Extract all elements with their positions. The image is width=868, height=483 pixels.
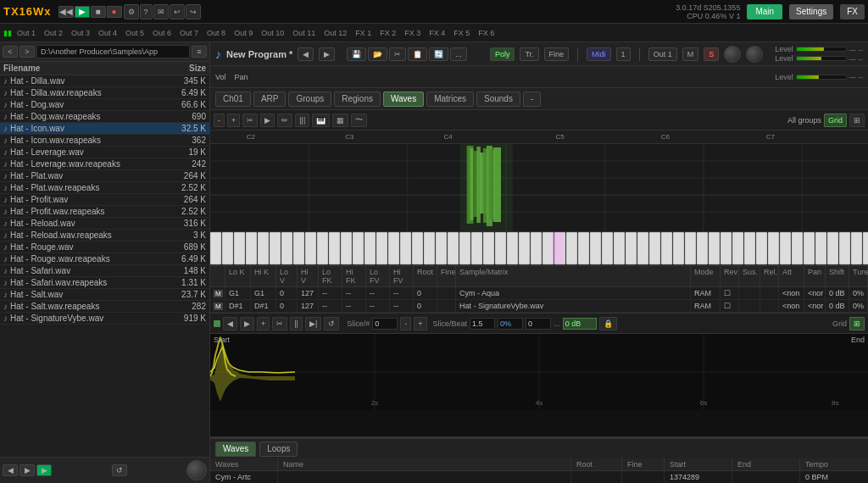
file-row[interactable]: ♪Hat - Plat.wav.reapeaks2.52 K bbox=[0, 182, 209, 194]
tab-waves[interactable]: Waves bbox=[383, 92, 424, 107]
slice-input[interactable] bbox=[372, 318, 398, 330]
pencil-btn[interactable]: ✏ bbox=[277, 114, 292, 127]
file-row[interactable]: ♪Hat - Icon.wav.reapeaks362 bbox=[0, 135, 209, 147]
cut-btn[interactable]: ✂ bbox=[242, 114, 258, 127]
prog-btn-5[interactable]: 🔄 bbox=[429, 47, 448, 61]
file-row[interactable]: ♪Hat - SignatureVybe.wav919 K bbox=[0, 313, 209, 325]
toolbar-btn-2[interactable]: ? bbox=[140, 4, 153, 19]
file-row[interactable]: ♪Hat - Profit.wav.reapeaks2.52 K bbox=[0, 206, 209, 218]
file-row[interactable]: ♪Hat - Safari.wav148 K bbox=[0, 265, 209, 277]
val-input-1[interactable] bbox=[526, 318, 551, 330]
prog-open[interactable]: 📂 bbox=[368, 47, 387, 61]
grid-settings[interactable]: ⊞ bbox=[849, 114, 865, 127]
tab-groups[interactable]: Groups bbox=[288, 92, 331, 107]
tab-matrices[interactable]: Matrices bbox=[426, 92, 474, 107]
piano-roll[interactable]: C2 C3 C4 C5 C6 C7 bbox=[210, 130, 868, 232]
piano-btn[interactable]: 🎹 bbox=[312, 114, 330, 127]
poly-btn[interactable]: Poly bbox=[490, 47, 515, 61]
out-btn[interactable]: Out 1 bbox=[648, 47, 677, 61]
out-11[interactable]: Out 11 bbox=[289, 29, 319, 37]
midi-btn[interactable]: Midi bbox=[587, 47, 611, 61]
knob-2[interactable] bbox=[746, 46, 763, 63]
toolbar-btn-3[interactable]: ✉ bbox=[153, 4, 169, 19]
volume-knob[interactable] bbox=[186, 460, 207, 480]
mute-btn-2[interactable]: M bbox=[214, 303, 223, 310]
wf-btn-6[interactable]: ▶| bbox=[305, 317, 321, 330]
tab-sounds[interactable]: Sounds bbox=[476, 92, 520, 107]
browser-path[interactable] bbox=[36, 45, 190, 58]
wf-btn-1[interactable]: ◀ bbox=[223, 317, 237, 330]
main-button[interactable]: Main bbox=[747, 4, 782, 19]
file-row[interactable]: ♪Hat - Reload.wav316 K bbox=[0, 218, 209, 230]
file-row[interactable]: ♪Hat - Rouge.wav.reapeaks6.49 K bbox=[0, 253, 209, 265]
fx-2[interactable]: FX 2 bbox=[376, 29, 399, 37]
percent-input[interactable] bbox=[498, 318, 523, 330]
tab-regions[interactable]: Regions bbox=[334, 92, 381, 107]
file-row[interactable]: ♪Hat - Safari.wav.reapeaks1.31 K bbox=[0, 277, 209, 289]
midi-channel[interactable]: 1 bbox=[616, 47, 631, 61]
footer-play[interactable]: ▶ bbox=[36, 464, 52, 476]
fx-4[interactable]: FX 4 bbox=[426, 29, 448, 37]
sample-row-1[interactable]: M G1 G1 0 127 -- -- -- -- 0 Cym - Aqua R… bbox=[210, 287, 868, 300]
piano-keyboard[interactable]: // Piano keys drawn via SVG bbox=[210, 232, 868, 266]
settings-button[interactable]: Settings bbox=[789, 4, 833, 19]
file-row[interactable]: ♪Hat - Dog.wav.reapeaks690 bbox=[0, 111, 209, 123]
file-row[interactable]: ♪Hat - Dilla.wav.reapeaks6.49 K bbox=[0, 87, 209, 99]
mute-btn-1[interactable]: M bbox=[214, 290, 223, 297]
file-row[interactable]: ♪Hat - Reload.wav.reapeaks3 K bbox=[0, 230, 209, 242]
fine-btn[interactable]: Fine bbox=[544, 47, 570, 61]
wf-btn-2[interactable]: ▶ bbox=[240, 317, 254, 330]
file-row[interactable]: ♪Hat - Plat.wav264 K bbox=[0, 170, 209, 182]
fx-5[interactable]: FX 5 bbox=[450, 29, 473, 37]
toolbar-btn-5[interactable]: ↪ bbox=[186, 4, 201, 19]
transport-stop[interactable]: ■ bbox=[91, 6, 106, 18]
file-row[interactable]: ♪Hat - Icon.wav32.5 K bbox=[0, 123, 209, 135]
prog-btn-3[interactable]: ✂ bbox=[389, 47, 406, 61]
file-row[interactable]: ♪Hat - Rouge.wav689 K bbox=[0, 242, 209, 253]
out-1[interactable]: Out 1 bbox=[14, 29, 39, 37]
prog-save[interactable]: 💾 bbox=[347, 47, 366, 61]
wf-loop[interactable]: ↺ bbox=[324, 317, 339, 330]
fx-3[interactable]: FX 3 bbox=[401, 29, 424, 37]
btm-tab-loops[interactable]: Loops bbox=[259, 441, 298, 457]
nav-back[interactable]: < bbox=[3, 46, 18, 58]
prog-btn-4[interactable]: 📋 bbox=[408, 47, 427, 61]
footer-loop[interactable]: ↺ bbox=[112, 464, 127, 476]
prog-prev[interactable]: ◀ bbox=[298, 47, 314, 61]
tab-ch01[interactable]: Ch01 bbox=[215, 92, 251, 107]
footer-prev[interactable]: ◀ bbox=[3, 464, 18, 476]
prog-next[interactable]: ▶ bbox=[319, 47, 335, 61]
wf-btn-3[interactable]: + bbox=[257, 317, 270, 330]
out-2[interactable]: Out 2 bbox=[41, 29, 66, 37]
out-12[interactable]: Out 12 bbox=[320, 29, 350, 37]
tr-btn[interactable]: Tr. bbox=[520, 47, 538, 61]
tab-arp[interactable]: ARP bbox=[253, 92, 287, 107]
out-7[interactable]: Out 7 bbox=[176, 29, 202, 37]
fx-button[interactable]: FX bbox=[840, 4, 865, 19]
slicebeat-input[interactable] bbox=[470, 318, 495, 330]
zoom-out[interactable]: - bbox=[214, 114, 225, 127]
file-row[interactable]: ♪Hat - Dilla.wav345 K bbox=[0, 75, 209, 87]
file-row[interactable]: ♪Hat - Salt.wav.reapeaks282 bbox=[0, 301, 209, 313]
file-table[interactable]: Filename Size ♪Hat - Dilla.wav345 K♪Hat … bbox=[0, 62, 209, 457]
wf-btn-5[interactable]: || bbox=[290, 317, 303, 330]
file-row[interactable]: ♪Hat - Profit.wav264 K bbox=[0, 194, 209, 206]
wave-view[interactable]: 〜 bbox=[351, 114, 367, 127]
out-5[interactable]: Out 5 bbox=[122, 29, 147, 37]
fx-6[interactable]: FX 6 bbox=[475, 29, 498, 37]
knob-1[interactable] bbox=[724, 46, 741, 63]
transport-play[interactable]: ▶ bbox=[75, 6, 90, 18]
bottom-table-row[interactable]: Cym - Artc 1374289 0 BPM bbox=[210, 471, 868, 483]
out-6[interactable]: Out 6 bbox=[149, 29, 175, 37]
nav-fwd[interactable]: > bbox=[19, 46, 35, 58]
wf-btn-4[interactable]: ✂ bbox=[272, 317, 287, 330]
grid-view[interactable]: ▦ bbox=[332, 114, 348, 127]
toolbar-btn-1[interactable]: ⚙ bbox=[124, 4, 139, 19]
file-row[interactable]: ♪Hat - Salt.wav23.7 K bbox=[0, 289, 209, 301]
play-btn[interactable]: ▶ bbox=[260, 114, 275, 127]
wf-grid-btn[interactable]: ⊞ bbox=[849, 317, 865, 330]
piano-svg[interactable]: // Piano keys drawn via SVG bbox=[210, 232, 868, 266]
btm-tab-waves[interactable]: Waves bbox=[215, 441, 256, 457]
waveform-canvas[interactable]: Start End 2s 4s bbox=[210, 334, 868, 410]
prog-btn-6[interactable]: ... bbox=[450, 47, 467, 61]
